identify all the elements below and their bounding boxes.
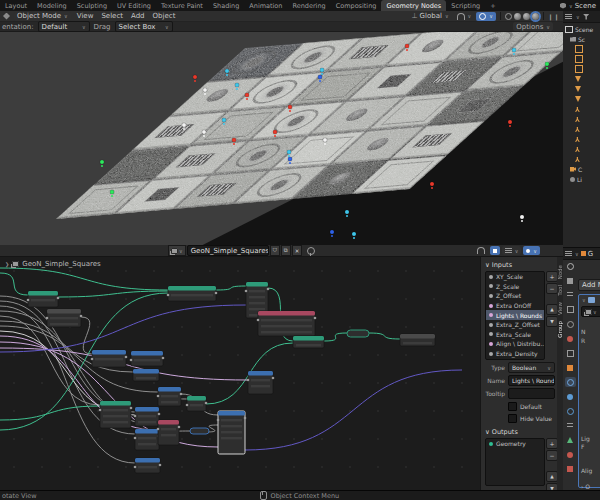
properties-tab-output[interactable] xyxy=(565,290,576,300)
shading-rendered-button[interactable] xyxy=(532,13,539,20)
properties-tab-particles[interactable] xyxy=(565,392,576,402)
outliner-row-lamp[interactable]: Y xyxy=(565,114,600,124)
input-socket-row[interactable]: Z_Offset xyxy=(486,291,544,301)
shading-wireframe-button[interactable] xyxy=(505,13,512,20)
proportional-editing-toggle[interactable]: ∨ xyxy=(476,12,496,21)
name-field[interactable]: Lights \ Rounds xyxy=(508,375,555,386)
outliner-row-lamp[interactable]: Y xyxy=(565,104,600,114)
properties-tab-tool[interactable] xyxy=(565,261,576,271)
pause-icon[interactable]: ❙❙ xyxy=(548,13,560,20)
outliner-row-lamp[interactable]: Y xyxy=(565,144,600,154)
graph-node[interactable] xyxy=(257,311,317,336)
graph-node[interactable] xyxy=(247,371,275,394)
outputs-section-header[interactable]: ∨ Outputs xyxy=(485,428,555,436)
output-socket-row[interactable]: Geometry xyxy=(486,439,544,449)
filter-icon[interactable] xyxy=(583,14,590,20)
preset-dropdown[interactable]: Default∨ xyxy=(38,21,90,32)
graph-node[interactable] xyxy=(186,396,208,411)
unlink-button[interactable]: ✕ xyxy=(292,245,303,256)
outliner-row-mesh[interactable] xyxy=(565,44,600,54)
input-socket-row[interactable]: Extra_Density xyxy=(486,349,544,359)
add-workspace-button[interactable]: + xyxy=(485,0,500,11)
input-socket-row[interactable]: Extra_Scale xyxy=(486,330,544,340)
input-socket-row[interactable]: XY_Scale xyxy=(486,272,544,282)
tooltip-field[interactable] xyxy=(508,388,555,399)
outliner-row-vee[interactable] xyxy=(565,74,600,84)
shading-material-button[interactable] xyxy=(523,13,530,20)
menu-add[interactable]: Add xyxy=(129,12,147,20)
editor-type-icon[interactable] xyxy=(3,13,10,20)
workspace-tab-modeling[interactable]: Modeling xyxy=(32,0,72,11)
graph-node[interactable] xyxy=(91,350,128,367)
browse-tree-button[interactable]: ∨ xyxy=(168,245,186,256)
workspace-tab-shading[interactable]: Shading xyxy=(208,0,244,11)
node-group-selector[interactable]: ∨ xyxy=(581,306,600,317)
add-modifier-button[interactable]: Add M xyxy=(578,279,600,291)
workspace-tab-animation[interactable]: Animation xyxy=(244,0,287,11)
outliner-row-coll[interactable]: Sc xyxy=(565,34,600,44)
default-checkbox[interactable] xyxy=(508,402,517,411)
inputs-section-header[interactable]: ∨ Inputs xyxy=(485,261,555,269)
snap-toggle[interactable]: ∨ xyxy=(454,12,475,21)
graph-node[interactable] xyxy=(293,336,324,348)
properties-tab-constraints[interactable] xyxy=(565,421,576,431)
input-socket-row[interactable]: Lights \ Rounds xyxy=(486,310,544,320)
properties-tab-world[interactable] xyxy=(565,334,576,344)
mode-dropdown[interactable]: Object Mode ∨ xyxy=(14,12,71,21)
node-canvas[interactable] xyxy=(0,257,563,490)
properties-tab-object[interactable] xyxy=(565,363,576,373)
outliner-row-vee[interactable] xyxy=(565,84,600,94)
node-snap-toggle[interactable] xyxy=(474,246,488,255)
menu-select[interactable]: Select xyxy=(99,12,125,20)
graph-node[interactable] xyxy=(167,286,218,301)
properties-tab-modifiers[interactable] xyxy=(565,377,576,387)
pin-icon[interactable] xyxy=(307,247,315,255)
graph-node[interactable] xyxy=(133,369,159,381)
options-dropdown[interactable]: Options∨ xyxy=(513,22,553,31)
graph-node[interactable] xyxy=(134,407,161,426)
scene-selector[interactable]: ∨ Scene xyxy=(556,0,600,11)
shading-solid-button[interactable] xyxy=(514,13,521,20)
outliner-row-cam[interactable]: C xyxy=(565,164,600,174)
outliner-row-lamp[interactable]: Y xyxy=(565,134,600,144)
menu-object[interactable]: Object xyxy=(151,12,178,20)
outliner-row-light[interactable]: Li xyxy=(565,174,600,184)
properties-tab-texture[interactable] xyxy=(565,464,576,474)
input-socket-row[interactable]: Extra OnOff xyxy=(486,301,544,311)
input-socket-row[interactable]: Align \ Distribu.. xyxy=(486,339,544,349)
input-socket-row[interactable]: Extra_Z_Offset xyxy=(486,320,544,330)
hide-value-checkbox[interactable] xyxy=(508,414,517,423)
workspace-tab-rendering[interactable]: Rendering xyxy=(287,0,330,11)
properties-tab-view-layer[interactable] xyxy=(565,305,576,315)
input-socket-row[interactable]: Z_Scale xyxy=(486,282,544,292)
viewport-canvas[interactable] xyxy=(0,32,563,245)
node-tree-selector[interactable]: ∨ GeoN_Simple_Squares ⛉ ⧉ ✕ xyxy=(168,245,315,256)
graph-node[interactable] xyxy=(99,401,133,428)
properties-tab-render[interactable] xyxy=(565,276,576,286)
graph-node[interactable] xyxy=(347,330,369,337)
graph-node[interactable] xyxy=(134,458,162,473)
workspace-tab-texture-paint[interactable]: Texture Paint xyxy=(156,0,208,11)
menu-view[interactable]: View xyxy=(75,12,96,20)
workspace-tab-geometry-nodes[interactable]: Geometry Nodes xyxy=(381,0,446,11)
properties-tab-object-data[interactable] xyxy=(565,435,576,445)
properties-tab-scene[interactable] xyxy=(565,319,576,329)
overlays-dropdown[interactable]: ∨ xyxy=(523,246,540,255)
fake-user-button[interactable]: ⛉ xyxy=(270,245,280,256)
copy-datablock-button[interactable]: ⧉ xyxy=(281,245,291,256)
workspace-tab-scripting[interactable]: Scripting xyxy=(446,0,485,11)
orientation-dropdown[interactable]: ⊥ Global ∨ xyxy=(408,12,451,21)
properties-tab-physics[interactable] xyxy=(565,406,576,416)
drag-mode-dropdown[interactable]: Select Box∨ xyxy=(115,21,173,32)
graph-node[interactable] xyxy=(190,428,209,434)
node-tree-name-field[interactable]: GeoN_Simple_Squares xyxy=(187,245,269,256)
outliner-row-mesh[interactable] xyxy=(565,64,600,74)
graph-node[interactable] xyxy=(157,420,181,445)
workspace-tab-compositing[interactable]: Compositing xyxy=(331,0,382,11)
type-dropdown[interactable]: Boolean∨ xyxy=(508,362,555,373)
link-style-dropdown[interactable]: ∨ xyxy=(502,246,522,255)
workspace-tab-uv-editing[interactable]: UV Editing xyxy=(112,0,156,11)
outliner-row-lamp[interactable]: Y xyxy=(565,124,600,134)
graph-node[interactable] xyxy=(400,334,435,346)
editor-type-icon[interactable] xyxy=(565,251,572,257)
